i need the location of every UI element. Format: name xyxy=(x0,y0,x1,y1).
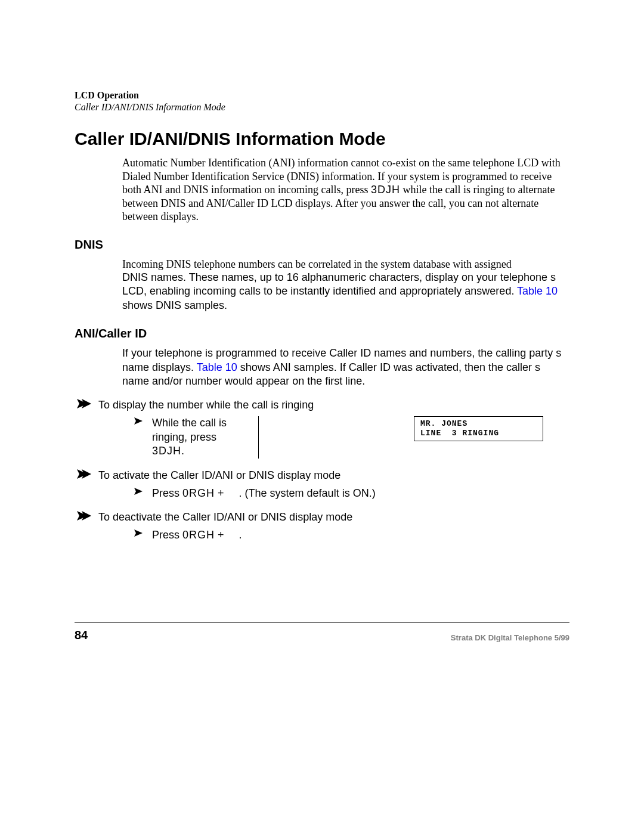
key-label: 3DJH xyxy=(371,184,400,196)
substep-text: Press 0RGH + . (The system default is ON… xyxy=(152,487,376,500)
procedure-text: To display the number while the call is … xyxy=(98,399,314,411)
page-title: Caller ID/ANI/DNIS Information Mode xyxy=(75,129,569,149)
dnis-paragraph-serif: Incoming DNIS telephone numbers can be c… xyxy=(122,258,569,271)
ani-paragraph: If your telephone is programmed to recei… xyxy=(122,346,569,388)
procedure-text: To activate the Caller ID/ANI or DNIS di… xyxy=(98,469,340,481)
procedure-substep: Press 0RGH + . xyxy=(134,528,569,542)
document-title-footer: Strata DK Digital Telephone 5/99 xyxy=(451,633,569,642)
arrow-icon xyxy=(77,511,91,521)
step-instruction: While the call is ringing, press 3DJH. xyxy=(134,416,259,458)
arrow-icon xyxy=(134,488,145,495)
lcd-line-2: LINE 3 RINGING xyxy=(420,429,499,438)
svg-marker-5 xyxy=(134,488,143,495)
intro-paragraph: Automatic Number Identification (ANI) in… xyxy=(122,156,569,224)
arrow-icon xyxy=(134,417,145,425)
document-page: LCD Operation Caller ID/ANI/DNIS Informa… xyxy=(0,0,644,833)
procedure-substep: Press 0RGH + . (The system default is ON… xyxy=(134,487,569,500)
key-label: 0RGH xyxy=(182,487,215,499)
header-section: LCD Operation xyxy=(75,89,569,101)
page-number: 84 xyxy=(75,628,88,642)
key-label: 3DJH xyxy=(152,445,181,457)
procedure-heading-2: To activate the Caller ID/ANI or DNIS di… xyxy=(75,469,569,482)
header-subsection: Caller ID/ANI/DNIS Information Mode xyxy=(75,101,569,113)
procedure-heading-3: To deactivate the Caller ID/ANI or DNIS … xyxy=(75,511,569,524)
arrow-icon xyxy=(134,529,145,537)
table-link[interactable]: Table 10 xyxy=(517,285,558,297)
dnis-paragraph-sans: DNIS names. These names, up to 16 alphan… xyxy=(122,271,569,312)
table-link[interactable]: Table 10 xyxy=(197,361,237,373)
dnis-text-b: shows DNIS samples. xyxy=(122,299,227,311)
procedure-text: To deactivate the Caller ID/ANI or DNIS … xyxy=(98,511,352,523)
step-text: While the call is ringing, press 3DJH. xyxy=(152,416,247,458)
dnis-text-a: DNIS names. These names, up to 16 alphan… xyxy=(122,271,556,297)
page-footer: 84 Strata DK Digital Telephone 5/99 xyxy=(75,622,569,642)
procedure-step-row: While the call is ringing, press 3DJH. M… xyxy=(134,416,569,458)
lcd-display: MR. JONES LINE 3 RINGING xyxy=(414,416,543,441)
key-label: 0RGH xyxy=(182,529,215,541)
dnis-heading: DNIS xyxy=(75,238,569,252)
substep-text: Press 0RGH + . xyxy=(152,528,242,542)
running-header: LCD Operation Caller ID/ANI/DNIS Informa… xyxy=(75,89,569,113)
arrow-icon xyxy=(77,469,91,479)
procedure-heading-1: To display the number while the call is … xyxy=(75,399,569,411)
arrow-icon xyxy=(77,399,91,408)
svg-marker-8 xyxy=(134,529,143,537)
lcd-line-1: MR. JONES xyxy=(420,419,467,428)
svg-marker-2 xyxy=(134,417,143,425)
ani-heading: ANI/Caller ID xyxy=(75,327,569,340)
